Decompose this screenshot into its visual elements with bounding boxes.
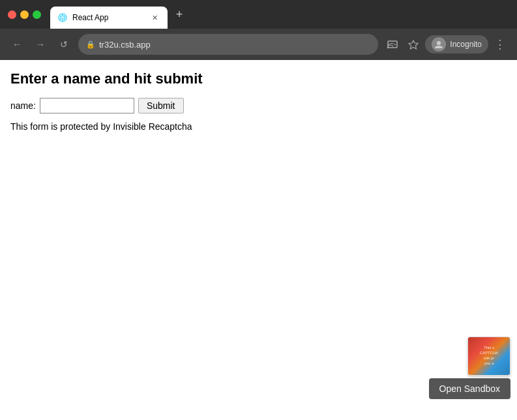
close-tab-button[interactable]: ✕ bbox=[149, 12, 160, 23]
maximize-window-button[interactable] bbox=[33, 10, 41, 19]
svg-marker-7 bbox=[409, 40, 418, 49]
open-sandbox-button[interactable]: Open Sandbox bbox=[429, 378, 510, 399]
incognito-label: Incognito bbox=[450, 40, 482, 49]
cast-icon-button[interactable] bbox=[383, 35, 402, 53]
name-label: name: bbox=[10, 100, 36, 111]
captcha-widget: This sCAPTCHAsite pryou a bbox=[467, 337, 510, 376]
browser-window: React App ✕ + ← → ↺ 🔒 tr32u.csb.app bbox=[0, 0, 517, 420]
tab-favicon bbox=[58, 13, 67, 22]
minimize-window-button[interactable] bbox=[20, 10, 29, 19]
browser-menu-button[interactable]: ⋮ bbox=[491, 35, 509, 53]
svg-point-8 bbox=[437, 41, 441, 45]
title-bar: React App ✕ + bbox=[0, 0, 517, 29]
captcha-inner: This sCAPTCHAsite pryou a bbox=[468, 337, 510, 375]
tab-title: React App bbox=[72, 13, 144, 22]
active-tab[interactable]: React App ✕ bbox=[50, 7, 168, 29]
svg-point-6 bbox=[387, 47, 389, 48]
submit-button[interactable]: Submit bbox=[138, 98, 184, 113]
incognito-badge[interactable]: Incognito bbox=[425, 35, 488, 53]
back-button[interactable]: ← bbox=[8, 35, 26, 53]
new-tab-button[interactable]: + bbox=[170, 5, 188, 23]
incognito-avatar bbox=[432, 37, 446, 52]
name-input[interactable] bbox=[40, 98, 134, 113]
tab-area: React App ✕ + bbox=[50, 0, 509, 29]
reload-button[interactable]: ↺ bbox=[55, 35, 73, 53]
recaptcha-notice: This form is protected by Invisible Reca… bbox=[10, 121, 507, 132]
name-form-row: name: Submit bbox=[10, 98, 507, 113]
bookmark-button[interactable] bbox=[404, 35, 422, 53]
page-content: Enter a name and hit submit name: Submit… bbox=[0, 60, 517, 420]
url-text: tr32u.csb.app bbox=[99, 40, 370, 50]
traffic-lights bbox=[8, 10, 41, 19]
lock-icon: 🔒 bbox=[86, 40, 95, 49]
close-window-button[interactable] bbox=[8, 10, 16, 19]
captcha-label: This sCAPTCHAsite pryou a bbox=[479, 344, 500, 367]
address-bar: ← → ↺ 🔒 tr32u.csb.app bbox=[0, 29, 517, 60]
page-heading: Enter a name and hit submit bbox=[10, 70, 507, 87]
forward-button[interactable]: → bbox=[31, 35, 50, 53]
url-bar[interactable]: 🔒 tr32u.csb.app bbox=[78, 34, 378, 55]
address-bar-actions: Incognito ⋮ bbox=[383, 35, 509, 53]
svg-point-4 bbox=[62, 17, 63, 18]
